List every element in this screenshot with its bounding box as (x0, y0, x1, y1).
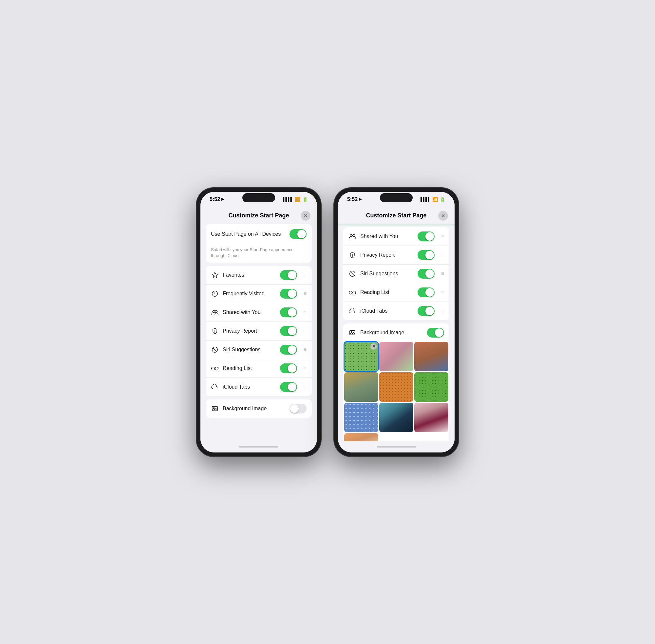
siri-suggestions-drag: ≡ (303, 347, 307, 353)
shared-with-you-row-right: Shared with You ≡ (343, 227, 449, 246)
reading-list-row: Reading List ≡ (206, 359, 312, 378)
reading-list-label: Reading List (223, 365, 276, 371)
use-start-page-toggle[interactable] (290, 229, 307, 239)
wallpaper-grid: ✕ (343, 342, 449, 441)
background-image-label: Background Image (223, 406, 286, 412)
favorites-row: Favorites ≡ (206, 266, 312, 284)
shared-with-you-drag-right: ≡ (441, 233, 444, 239)
frequently-visited-label: Frequently Visited (223, 291, 276, 297)
privacy-report-row-right: Privacy Report ≡ (343, 246, 449, 264)
siri-suggestions-label: Siri Suggestions (223, 347, 276, 353)
privacy-report-drag-right: ≡ (441, 252, 444, 258)
wallpaper-item-10[interactable] (344, 433, 378, 441)
wallpaper-item-3[interactable] (414, 342, 448, 371)
svg-line-11 (211, 368, 211, 369)
icloud-tabs-row: iCloud Tabs ≡ (206, 378, 312, 396)
privacy-report-toggle[interactable] (280, 326, 297, 336)
location-icon: ▶ (221, 197, 224, 201)
wallpaper-item-1[interactable]: ✕ (344, 342, 378, 371)
background-image-toggle[interactable] (290, 404, 307, 414)
frequently-visited-toggle[interactable] (280, 289, 297, 299)
reading-list-toggle-right[interactable] (417, 288, 435, 297)
icloud-tabs-label-right: iCloud Tabs (360, 308, 414, 314)
frequently-visited-row: Frequently Visited ≡ (206, 284, 312, 303)
status-time-right: 5:52 (347, 197, 358, 202)
svg-point-16 (353, 234, 355, 237)
wallpaper-item-6[interactable] (414, 372, 448, 402)
battery-icon: 🔋 (302, 197, 308, 202)
signal-icon-right: ▌▌▌▌ (421, 197, 430, 202)
svg-point-9 (215, 367, 218, 370)
privacy-report-label-right: Privacy Report (360, 252, 414, 258)
siri-suggestions-toggle-right[interactable] (417, 269, 435, 279)
favorites-toggle[interactable] (280, 270, 297, 280)
icloud-tabs-toggle-right[interactable] (417, 306, 435, 316)
wallpaper-item-8[interactable] (379, 403, 413, 432)
people-icon-right (348, 232, 356, 240)
dynamic-island (242, 193, 275, 202)
status-time: 5:52 (210, 197, 220, 202)
people-icon (211, 308, 219, 316)
siri-suggestions-toggle[interactable] (280, 345, 297, 354)
modal-header-right: Customize Start Page ✕ (338, 206, 455, 224)
wallpaper-item-5[interactable] (379, 372, 413, 402)
privacy-report-label: Privacy Report (223, 328, 276, 334)
siri-icon (211, 346, 219, 353)
image-icon-right (348, 329, 356, 337)
wallpaper-item-9[interactable] (414, 403, 448, 432)
privacy-report-toggle-right[interactable] (417, 250, 435, 260)
reading-list-row-right: Reading List ≡ (343, 283, 449, 302)
left-phone: 5:52 ▶ ▌▌▌▌ 📶 🔋 Customize Start Page ✕ (197, 188, 321, 456)
wallpaper-item-4[interactable] (344, 372, 378, 402)
reading-list-toggle[interactable] (280, 363, 297, 373)
wallpaper-item-2[interactable] (379, 342, 413, 371)
clock-icon (211, 290, 219, 298)
sync-description: Safari will sync your Start Page appeara… (206, 244, 312, 262)
home-indicator (200, 441, 317, 453)
close-button[interactable]: ✕ (301, 211, 311, 221)
svg-point-21 (349, 291, 352, 294)
signal-icon: ▌▌▌▌ (283, 197, 293, 202)
location-icon-right: ▶ (359, 197, 362, 201)
svg-point-8 (211, 367, 214, 370)
background-image-card: Background Image (206, 399, 312, 418)
background-image-section-right: Background Image ✕ (343, 323, 449, 441)
background-image-label-right: Background Image (360, 330, 423, 336)
background-image-toggle-right[interactable] (427, 328, 444, 338)
icloud-tabs-toggle[interactable] (280, 382, 297, 392)
close-button-right[interactable]: ✕ (438, 211, 448, 221)
icloud-tabs-drag-right: ≡ (441, 308, 444, 314)
favorites-drag: ≡ (303, 272, 307, 278)
modal-title-right: Customize Start Page (354, 212, 438, 219)
glasses-icon (211, 364, 219, 372)
svg-point-3 (215, 310, 218, 313)
close-icon: ✕ (303, 213, 308, 218)
privacy-report-row: Privacy Report ≡ (206, 322, 312, 341)
svg-point-22 (353, 291, 356, 294)
reading-list-drag-right: ≡ (441, 290, 444, 295)
svg-line-12 (218, 368, 219, 369)
shared-with-you-toggle[interactable] (280, 307, 297, 317)
glasses-icon-right (348, 289, 356, 296)
shared-with-you-label-right: Shared with You (360, 233, 414, 239)
reading-list-drag: ≡ (303, 365, 307, 371)
wallpaper-deselect-1[interactable]: ✕ (370, 343, 377, 350)
close-icon-right: ✕ (441, 213, 445, 218)
wifi-icon: 📶 (295, 197, 300, 202)
siri-suggestions-drag-right: ≡ (441, 271, 444, 277)
shield-icon (211, 327, 219, 335)
icloud-tabs-drag: ≡ (303, 384, 307, 390)
right-phone: 5:52 ▶ ▌▌▌▌ 📶 🔋 Customize Start Page ✕ (334, 188, 458, 456)
privacy-report-drag: ≡ (303, 328, 307, 334)
home-indicator-right (338, 441, 455, 453)
shared-with-you-toggle-right[interactable] (417, 231, 435, 241)
wifi-icon-right: 📶 (432, 197, 438, 202)
icloud-tabs-label: iCloud Tabs (223, 384, 276, 390)
cloud-icon (211, 383, 219, 391)
svg-line-24 (349, 291, 349, 292)
use-start-page-card: Use Start Page on All Devices Safari wil… (206, 224, 312, 262)
battery-icon-right: 🔋 (440, 197, 445, 202)
siri-icon-right (348, 270, 356, 278)
siri-suggestions-row: Siri Suggestions ≡ (206, 341, 312, 359)
wallpaper-item-7[interactable] (344, 403, 378, 432)
